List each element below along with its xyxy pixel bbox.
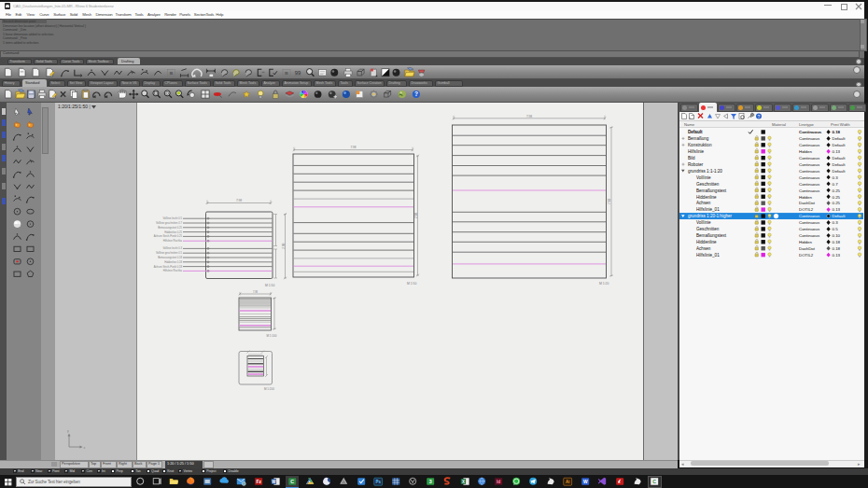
- svg-text:Continuous: Continuous: [799, 227, 820, 231]
- svg-text:Achsen Strich-Punkt 0.18: Achsen Strich-Punkt 0.18: [154, 264, 183, 268]
- svg-text:Ps: Ps: [375, 480, 381, 484]
- svg-text:Achsen: Achsen: [696, 246, 711, 251]
- svg-text:0.13: 0.13: [832, 149, 840, 154]
- svg-text:Continuous: Continuous: [799, 233, 820, 238]
- svg-text:Continuous: Continuous: [799, 143, 820, 147]
- svg-text:Bemaßungstext: Bemaßungstext: [696, 233, 727, 238]
- svg-text:0.3: 0.3: [832, 220, 838, 225]
- svg-text:0.25: 0.25: [832, 195, 840, 200]
- svg-text:Bemaßung: Bemaßung: [688, 136, 709, 141]
- svg-text:Bild: Bild: [688, 156, 695, 160]
- svg-text:Geschnitten: Geschnitten: [696, 182, 720, 187]
- svg-text:Fz: Fz: [256, 480, 261, 484]
- svg-text:Volllinie leicht 0.3: Volllinie leicht 0.3: [162, 246, 182, 250]
- svg-text:m: m: [170, 70, 173, 76]
- svg-text:Hidden: Hidden: [799, 195, 812, 200]
- svg-text:DOTIL2: DOTIL2: [799, 208, 814, 213]
- svg-text:M 1:200: M 1:200: [264, 387, 274, 391]
- svg-text:Continuous: Continuous: [799, 136, 820, 141]
- svg-text:Continuous: Continuous: [799, 156, 820, 160]
- svg-text:0.10: 0.10: [832, 233, 840, 238]
- svg-text:grundriss 1:20-1:higher: grundriss 1:20-1:higher: [688, 214, 733, 218]
- svg-text:Roboter: Roboter: [688, 162, 704, 167]
- svg-text:0.3: 0.3: [832, 175, 838, 180]
- svg-text:0.18: 0.18: [832, 130, 840, 134]
- svg-text:Default: Default: [832, 136, 846, 141]
- svg-text:y: y: [67, 429, 69, 433]
- svg-text:Default: Default: [832, 162, 846, 167]
- svg-text:0.5: 0.5: [832, 227, 838, 231]
- svg-text:x: x: [84, 446, 86, 450]
- svg-text:Volllinie geschnitten 0.7: Volllinie geschnitten 0.7: [156, 221, 183, 225]
- svg-text:C: C: [653, 479, 657, 484]
- svg-text:DOTIL2: DOTIL2: [799, 253, 814, 258]
- svg-text:M 1:100: M 1:100: [267, 334, 277, 338]
- svg-text:Hiddenline 0.25: Hiddenline 0.25: [164, 230, 182, 233]
- svg-text:Hilfslinie Rischka: Hilfslinie Rischka: [163, 239, 183, 243]
- svg-text:Volllinie geschnitten 0.5: Volllinie geschnitten 0.5: [156, 251, 183, 255]
- svg-text:0.13: 0.13: [832, 253, 840, 258]
- svg-text:Hilfslinie_01: Hilfslinie_01: [696, 253, 720, 258]
- svg-text:Hilfslinie: Hilfslinie: [688, 149, 704, 154]
- svg-text:7.98: 7.98: [253, 289, 259, 293]
- svg-text:Continuous: Continuous: [799, 130, 822, 134]
- svg-text:Id: Id: [497, 480, 500, 484]
- svg-text:0.25: 0.25: [832, 188, 840, 193]
- svg-text:Bemaßungstext: Bemaßungstext: [696, 188, 727, 193]
- svg-text:Achsen: Achsen: [696, 202, 711, 206]
- svg-text:99: 99: [295, 69, 301, 75]
- svg-text:Bemassungstext 0.18: Bemassungstext 0.18: [158, 256, 182, 259]
- svg-text:m: m: [285, 70, 287, 76]
- svg-text:3: 3: [429, 479, 432, 484]
- svg-text:7.98: 7.98: [350, 146, 356, 149]
- svg-text:0.18: 0.18: [832, 246, 840, 251]
- svg-text:M 1:20: M 1:20: [599, 281, 609, 285]
- svg-text:M 1:50: M 1:50: [407, 281, 416, 285]
- svg-text:Hidden: Hidden: [799, 240, 812, 244]
- svg-text:Konstruktion: Konstruktion: [688, 143, 712, 147]
- svg-text:grundriss 1:1-1:20: grundriss 1:1-1:20: [688, 169, 722, 174]
- svg-text:W: W: [583, 480, 588, 484]
- svg-text:Continuous: Continuous: [799, 214, 820, 218]
- svg-text:0.7: 0.7: [832, 182, 838, 187]
- svg-text:X: X: [462, 480, 465, 484]
- svg-text:Continuous: Continuous: [799, 188, 820, 193]
- svg-text:0.13: 0.13: [832, 208, 840, 213]
- svg-text:Volllinie: Volllinie: [696, 220, 711, 225]
- svg-text:0.18: 0.18: [832, 240, 840, 244]
- svg-text:DashDot: DashDot: [799, 202, 816, 206]
- svg-text:Continuous: Continuous: [799, 169, 820, 174]
- svg-text:Ai: Ai: [566, 480, 569, 484]
- svg-text:Hilfslinie_01: Hilfslinie_01: [696, 208, 720, 213]
- svg-text:Geschnitten: Geschnitten: [696, 227, 720, 231]
- svg-text:Achsen Strich-Punkt 0.25: Achsen Strich-Punkt 0.25: [154, 234, 183, 238]
- svg-text:Hidden: Hidden: [799, 149, 812, 154]
- svg-text:2.90: 2.90: [282, 243, 286, 248]
- svg-text:7.98: 7.98: [608, 198, 611, 203]
- svg-text:Hilfslinie Rischka: Hilfslinie Rischka: [163, 269, 183, 272]
- svg-text:Bemassungstext 0.25: Bemassungstext 0.25: [158, 225, 182, 229]
- svg-text:Hiddenline: Hiddenline: [696, 195, 717, 200]
- svg-text:Continuous: Continuous: [799, 182, 820, 187]
- svg-text:?: ?: [758, 114, 761, 119]
- svg-text:DashDot: DashDot: [799, 246, 816, 251]
- svg-text:Volllinie: Volllinie: [696, 175, 711, 180]
- svg-text:Hiddenline: Hiddenline: [696, 240, 717, 244]
- svg-text:M 1:50: M 1:50: [265, 283, 274, 286]
- svg-text:Volllinie leicht 0.5: Volllinie leicht 0.5: [162, 216, 182, 220]
- svg-text:7.98: 7.98: [526, 114, 532, 118]
- svg-text:Continuous: Continuous: [799, 220, 820, 225]
- svg-text:Hiddenline 0.18: Hiddenline 0.18: [164, 259, 182, 263]
- svg-text:Default: Default: [832, 214, 846, 218]
- svg-text:Continuous: Continuous: [799, 175, 820, 180]
- svg-text:Default: Default: [832, 156, 846, 160]
- svg-text:Continuous: Continuous: [799, 162, 820, 167]
- svg-text:7.98: 7.98: [236, 199, 242, 202]
- svg-text:Default: Default: [688, 130, 703, 134]
- svg-text:C: C: [290, 479, 294, 484]
- svg-text:Default: Default: [832, 169, 846, 174]
- svg-text:0.25: 0.25: [832, 202, 840, 206]
- svg-text:2.90: 2.90: [414, 212, 418, 217]
- svg-text:?: ?: [414, 91, 418, 97]
- svg-text:Default: Default: [832, 143, 846, 147]
